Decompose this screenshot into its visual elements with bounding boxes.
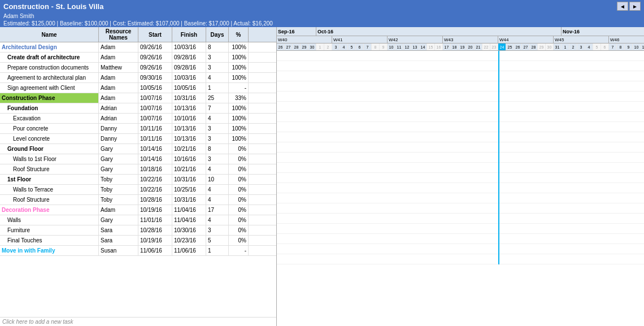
gantt-month-row: Sep-16Oct-16Nov-16	[277, 27, 644, 36]
task-finish: 09/28/16	[172, 53, 206, 62]
main-content: Name Resource Names Start Finish Days % …	[0, 27, 644, 326]
task-start: 10/28/16	[138, 195, 172, 205]
task-finish: 10/31/16	[172, 93, 206, 103]
day-header: 15	[427, 44, 435, 50]
task-row[interactable]: Move in with Family Susan 11/06/16 11/06…	[0, 246, 276, 256]
task-days: 3	[206, 154, 229, 164]
task-row[interactable]: Excavation Adrian 10/07/16 10/10/16 4 10…	[0, 114, 276, 124]
add-task-row[interactable]: Click here to add a new task	[0, 317, 276, 326]
gantt-row	[277, 92, 644, 102]
task-pct: 100%	[229, 124, 249, 133]
task-resource: Adrian	[99, 114, 138, 123]
day-header: 13	[411, 44, 419, 50]
day-header: 1	[562, 44, 569, 50]
gantt-row	[277, 254, 644, 264]
task-row[interactable]: Foundation Adrian 10/07/16 10/13/16 7 10…	[0, 103, 276, 114]
day-header: 24	[498, 44, 506, 50]
task-row[interactable]: Walls to Terrace Toby 10/22/16 10/25/16 …	[0, 185, 276, 195]
week-header: W40	[277, 36, 332, 43]
task-row[interactable]: Final Touches Sara 10/19/16 10/23/16 5 0…	[0, 236, 276, 246]
day-header: 17	[443, 44, 451, 50]
gantt-row: $ 26,000	[277, 153, 644, 163]
task-start: 10/11/16	[138, 134, 172, 144]
task-start: 11/01/16	[138, 215, 172, 225]
day-header: 16	[435, 44, 443, 50]
gantt-row: $ 10,000	[277, 122, 644, 132]
task-row[interactable]: Architectural Design Adam 09/26/16 10/03…	[0, 42, 276, 53]
task-pct: 0%	[229, 225, 249, 235]
task-row[interactable]: Roof Structure Toby 10/28/16 10/31/16 4 …	[0, 195, 276, 205]
task-row[interactable]: Roof Structure Gary 10/18/16 10/21/16 4 …	[0, 164, 276, 175]
task-row[interactable]: Prepare construction documents Matthew 0…	[0, 63, 276, 73]
task-days: 4	[206, 73, 229, 82]
task-finish: 10/31/16	[172, 175, 206, 184]
day-header: 8	[372, 44, 380, 50]
gantt-row: $ 16,700	[277, 112, 644, 122]
column-headers: Name Resource Names Start Finish Days %	[0, 27, 276, 42]
task-row[interactable]: 1st Floor Toby 10/22/16 10/31/16 10 0%	[0, 175, 276, 185]
day-header: 3	[332, 44, 340, 50]
task-resource: Gary	[99, 144, 138, 154]
task-finish: 09/28/16	[172, 63, 206, 72]
task-resource: Matthew	[99, 63, 138, 72]
task-row[interactable]: Ground Floor Gary 10/14/16 10/21/16 8 0%	[0, 144, 276, 154]
day-header: 2	[569, 44, 577, 50]
task-finish: 11/06/16	[172, 246, 206, 255]
day-header: 6	[356, 44, 364, 50]
info-text: Estimated: $125,000 | Baseline: $100,000…	[3, 20, 273, 27]
gantt-row: $ 16,000	[277, 163, 644, 173]
task-days: 5	[206, 236, 229, 245]
task-row[interactable]: Walls to 1st Floor Gary 10/14/16 10/16/1…	[0, 154, 276, 164]
day-header: 28	[530, 44, 538, 50]
task-name: Level concrete	[2, 136, 50, 142]
task-start: 10/14/16	[138, 154, 172, 164]
task-name: Walls to Terrace	[2, 186, 53, 193]
task-name-cell: Furniture	[0, 225, 99, 235]
task-finish: 10/05/16	[172, 83, 206, 93]
task-row[interactable]: Create draft of architecture Adam 09/26/…	[0, 53, 276, 63]
task-name: Foundation	[2, 105, 38, 111]
task-days: 17	[206, 205, 229, 215]
task-row[interactable]: Agreement to architectural plan Adam 09/…	[0, 73, 276, 83]
task-finish: 10/13/16	[172, 103, 206, 113]
task-finish: 10/16/16	[172, 154, 206, 164]
task-pct: -	[229, 83, 249, 93]
task-row[interactable]: Construction Phase Adam 10/07/16 10/31/1…	[0, 93, 276, 103]
task-pct: 0%	[229, 205, 249, 215]
task-resource: Toby	[99, 175, 138, 184]
col-resource: Resource Names	[99, 27, 138, 42]
nav-back-button[interactable]: ◄	[617, 2, 628, 11]
day-header: 29	[538, 44, 546, 50]
month-header: Nov-16	[562, 27, 644, 36]
task-row[interactable]: Sign agreement with Client Adam 10/05/16…	[0, 83, 276, 93]
task-row[interactable]: Furniture Sara 10/28/16 10/30/16 3 0%	[0, 225, 276, 236]
task-name: Roof Structure	[2, 166, 49, 172]
day-header: 26	[514, 44, 522, 50]
task-pct: 0%	[229, 154, 249, 164]
task-start: 10/07/16	[138, 103, 172, 113]
task-finish: 11/04/16	[172, 205, 206, 215]
left-panel: Name Resource Names Start Finish Days % …	[0, 27, 277, 326]
task-name-cell: Excavation	[0, 114, 99, 123]
task-start: 10/19/16	[138, 205, 172, 215]
task-finish: 10/21/16	[172, 144, 206, 154]
task-row[interactable]: Walls Gary 11/01/16 11/04/16 4 0%	[0, 215, 276, 225]
gantt-row: $ 3,500	[277, 132, 644, 142]
task-row[interactable]: Pour concrete Danny 10/11/16 10/13/16 3 …	[0, 124, 276, 134]
task-days: 4	[206, 215, 229, 225]
task-row[interactable]: Decoration Phase Adam 10/19/16 11/04/16 …	[0, 205, 276, 215]
task-days: 1	[206, 246, 229, 255]
task-days: 4	[206, 164, 229, 174]
task-name-cell: Architectural Design	[0, 42, 99, 52]
nav-forward-button[interactable]: ►	[629, 2, 641, 11]
task-name: Decoration Phase	[2, 207, 49, 213]
month-header: Oct-16	[316, 27, 562, 36]
task-row[interactable]: Level concrete Danny 10/11/16 10/13/16 3…	[0, 134, 276, 144]
gantt-row: $ 35,000	[277, 183, 644, 193]
task-days: 4	[206, 114, 229, 123]
day-header: 9	[380, 44, 388, 50]
task-resource: Adam	[99, 83, 138, 93]
day-header: 25	[506, 44, 514, 50]
title-text: Construction - St. Louis Villa	[3, 2, 103, 11]
week-header: W44	[498, 36, 554, 43]
